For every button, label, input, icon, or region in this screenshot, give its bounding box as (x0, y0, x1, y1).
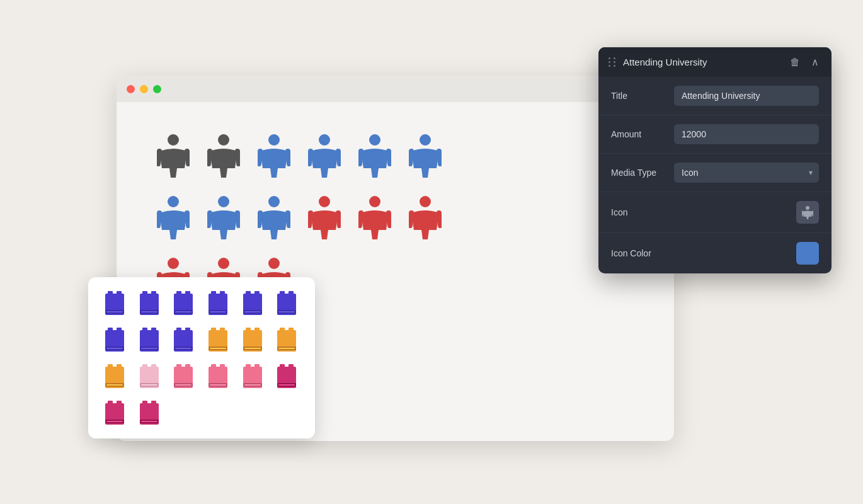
amount-field-row: Amount (598, 115, 832, 154)
person-icon (299, 189, 350, 246)
svg-rect-39 (244, 311, 261, 312)
svg-rect-76 (108, 364, 113, 370)
title-input[interactable] (674, 86, 819, 106)
svg-point-11 (420, 196, 431, 207)
drag-handle[interactable] (609, 57, 617, 67)
svg-rect-99 (244, 384, 261, 386)
svg-point-4 (369, 134, 380, 146)
book-icon (169, 360, 197, 392)
person-icon (249, 127, 299, 184)
svg-point-5 (420, 134, 431, 146)
svg-rect-89 (175, 384, 191, 386)
svg-rect-62 (220, 328, 225, 334)
person-icon (299, 127, 350, 184)
collapse-button[interactable]: ∧ (809, 55, 821, 69)
svg-rect-64 (210, 348, 226, 349)
svg-rect-29 (175, 311, 191, 312)
svg-rect-111 (142, 401, 147, 407)
minimize-button[interactable] (140, 85, 148, 93)
svg-rect-17 (117, 291, 122, 297)
book-icon (273, 287, 300, 319)
delete-button[interactable]: 🗑 (787, 55, 803, 69)
svg-rect-47 (117, 328, 122, 334)
person-icon (350, 189, 400, 246)
svg-rect-61 (211, 328, 216, 334)
svg-point-7 (218, 196, 229, 207)
svg-rect-26 (176, 291, 181, 297)
svg-rect-69 (244, 348, 261, 349)
media-type-select[interactable]: Icon Image Chart (674, 163, 819, 183)
svg-rect-79 (106, 384, 123, 386)
book-icon (135, 287, 163, 319)
icon-preview-button[interactable] (796, 201, 819, 224)
person-icon (198, 189, 249, 246)
book-icon (239, 360, 266, 392)
svg-point-3 (319, 134, 330, 146)
amount-input[interactable] (674, 124, 819, 144)
svg-rect-21 (142, 291, 147, 297)
svg-point-1 (218, 134, 229, 146)
svg-rect-102 (289, 364, 294, 370)
book-icon (135, 324, 163, 355)
book-icon (239, 287, 266, 319)
svg-point-115 (806, 206, 809, 210)
media-type-label: Media Type (611, 168, 674, 178)
book-icon (169, 287, 197, 319)
maximize-button[interactable] (153, 85, 161, 93)
settings-panel: Attending University 🗑 ∧ Title Amount Me… (598, 47, 832, 273)
svg-point-10 (369, 196, 380, 207)
svg-rect-87 (185, 364, 190, 370)
svg-point-14 (268, 258, 280, 269)
svg-rect-22 (151, 291, 156, 297)
close-button[interactable] (127, 85, 135, 93)
svg-rect-92 (220, 364, 225, 370)
media-type-field-row: Media Type Icon Image Chart ▾ (598, 154, 832, 192)
svg-rect-106 (108, 401, 113, 407)
svg-point-0 (168, 134, 179, 146)
browser-titlebar (117, 76, 674, 102)
svg-rect-74 (278, 348, 295, 349)
icon-color-label: Icon Color (611, 248, 674, 258)
svg-rect-107 (117, 401, 122, 407)
svg-rect-91 (211, 364, 216, 370)
svg-point-9 (319, 196, 330, 207)
svg-rect-51 (142, 328, 147, 334)
media-type-select-wrapper: Icon Image Chart ▾ (674, 163, 819, 183)
svg-rect-24 (141, 311, 157, 312)
svg-point-8 (268, 196, 280, 207)
svg-rect-82 (151, 364, 156, 370)
svg-rect-42 (289, 291, 294, 297)
svg-rect-67 (254, 328, 260, 334)
book-icon (204, 287, 232, 319)
person-icon (198, 127, 249, 184)
book-icon (135, 360, 163, 392)
svg-rect-36 (246, 291, 251, 297)
title-label: Title (611, 91, 674, 101)
svg-rect-44 (278, 311, 295, 312)
svg-rect-32 (220, 291, 225, 297)
svg-rect-86 (176, 364, 181, 370)
amount-label: Amount (611, 129, 674, 139)
svg-rect-52 (151, 328, 156, 334)
svg-rect-112 (151, 401, 156, 407)
svg-rect-56 (176, 328, 181, 334)
svg-rect-16 (108, 291, 113, 297)
book-icon (101, 287, 129, 319)
person-icon (148, 189, 198, 246)
svg-rect-104 (278, 384, 295, 386)
svg-point-12 (168, 258, 179, 269)
svg-rect-77 (117, 364, 122, 370)
svg-rect-57 (185, 328, 190, 334)
person-icon (249, 189, 299, 246)
svg-rect-94 (210, 384, 226, 386)
panel-header-actions: 🗑 ∧ (787, 55, 821, 69)
icon-color-swatch[interactable] (796, 242, 819, 265)
book-icon (101, 324, 129, 355)
books-card (88, 277, 315, 438)
svg-rect-54 (141, 348, 157, 349)
panel-header: Attending University 🗑 ∧ (598, 47, 832, 77)
person-icon (350, 127, 400, 184)
svg-rect-46 (108, 328, 113, 334)
book-icon (204, 324, 232, 355)
svg-rect-41 (280, 291, 285, 297)
